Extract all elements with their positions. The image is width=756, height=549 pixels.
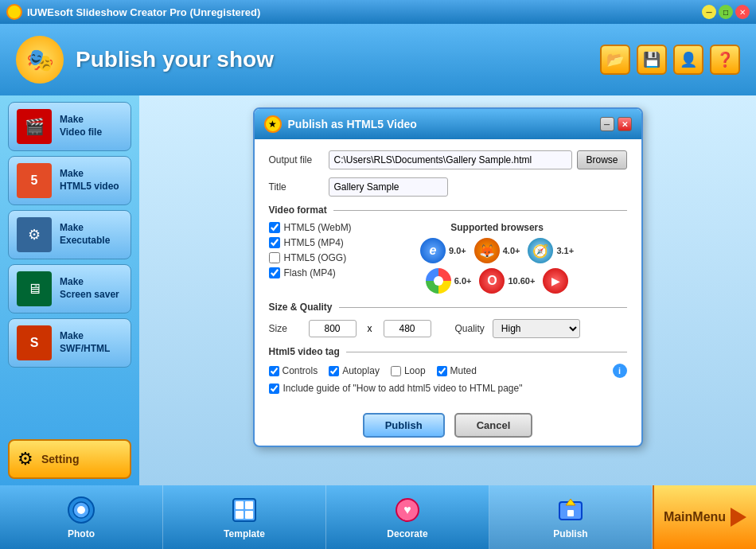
info-icon[interactable]: i xyxy=(613,364,627,378)
window-controls: ─ □ ✕ xyxy=(702,5,750,19)
include-guide-checkbox[interactable] xyxy=(269,384,279,394)
muted-label: Muted xyxy=(450,365,477,376)
browse-button[interactable]: Browse xyxy=(577,150,626,169)
play-triangle-icon xyxy=(731,508,746,527)
dialog-minimize-button[interactable]: ─ xyxy=(600,117,614,131)
include-guide-row: Include guide of "How to add html5 video… xyxy=(269,383,627,394)
loop-checkbox[interactable] xyxy=(391,366,401,376)
controls-check[interactable]: Controls xyxy=(269,365,318,376)
main-area: 🎬 MakeVideo file 5 MakeHTML5 video ⚙ Mak… xyxy=(0,95,756,485)
dialog-body: Output file Browse Title Video format xyxy=(255,139,641,405)
autoplay-check[interactable]: Autoplay xyxy=(329,365,380,376)
page-title: Publish your show xyxy=(76,47,274,72)
loop-check[interactable]: Loop xyxy=(391,365,426,376)
quality-label: Quality xyxy=(455,323,485,334)
sidebar-video-label: MakeVideo file xyxy=(60,114,102,138)
save-button[interactable]: 💾 xyxy=(637,45,667,75)
nav-decorate[interactable]: ♥ Decorate xyxy=(326,485,489,549)
title-left: IUWEsoft Slideshow Creator Pro (Unregist… xyxy=(6,4,260,20)
sidebar-item-screensaver[interactable]: 🖥 MakeScreen saver xyxy=(8,264,131,313)
muted-check[interactable]: Muted xyxy=(437,365,477,376)
safari-icon: 🧭 xyxy=(528,238,553,263)
photo-icon xyxy=(66,495,96,525)
quality-select[interactable]: High Medium Low xyxy=(493,319,580,338)
format-webm-checkbox[interactable] xyxy=(269,222,280,233)
format-flash-checkbox[interactable] xyxy=(269,267,280,278)
sidebar-screensaver-label: MakeScreen saver xyxy=(60,276,119,301)
cancel-button[interactable]: Cancel xyxy=(454,413,533,438)
html5-tag-area: Controls Autoplay Loop Muted xyxy=(269,364,627,394)
ie-icon: e xyxy=(420,238,446,263)
format-webm-row[interactable]: HTML5 (WebM) xyxy=(269,222,352,233)
video-format-header: Video format xyxy=(269,204,627,216)
open-folder-button[interactable]: 📂 xyxy=(600,45,630,75)
browser-safari: 🧭 3.1+ xyxy=(528,238,574,263)
sidebar-swf-label: MakeSWF/HTML xyxy=(60,330,110,355)
help-button[interactable]: ❓ xyxy=(710,45,740,75)
maximize-button[interactable]: □ xyxy=(719,5,733,19)
autoplay-label: Autoplay xyxy=(342,365,380,376)
svg-rect-12 xyxy=(567,510,574,516)
app-title: IUWEsoft Slideshow Creator Pro (Unregist… xyxy=(27,6,260,18)
main-menu-button[interactable]: MainMenu xyxy=(653,485,756,549)
dialog-icon: ★ xyxy=(264,115,282,133)
browsers-title: Supported browsers xyxy=(368,222,627,233)
width-input[interactable] xyxy=(309,320,357,337)
sidebar-item-executable[interactable]: ⚙ MakeExecutable xyxy=(8,210,131,259)
browser-chrome: 6.0+ xyxy=(426,268,472,294)
html5-tag-header: Html5 video tag xyxy=(269,346,627,357)
size-label: Size xyxy=(269,323,301,334)
browsers-row-1: e 9.0+ 🦊 4.0+ xyxy=(368,238,627,263)
opera-icon: O xyxy=(479,268,505,294)
muted-checkbox[interactable] xyxy=(437,366,447,376)
flash-icon: ▶ xyxy=(543,268,568,294)
browser-flash: ▶ xyxy=(543,268,568,294)
title-field-label: Title xyxy=(269,181,329,193)
autoplay-checkbox[interactable] xyxy=(329,366,339,376)
nav-photo[interactable]: Photo xyxy=(0,485,163,549)
nav-template[interactable]: Template xyxy=(163,485,326,549)
firefox-version: 4.0+ xyxy=(503,246,520,255)
controls-checkbox[interactable] xyxy=(269,366,279,376)
close-button[interactable]: ✕ xyxy=(735,5,750,19)
minimize-button[interactable]: ─ xyxy=(702,5,716,19)
publish-button[interactable]: Publish xyxy=(363,413,445,438)
dialog-titlebar: ★ Publish as HTML5 Video ─ ✕ xyxy=(255,109,641,139)
html5-checks-row: Controls Autoplay Loop Muted xyxy=(269,364,627,378)
user-button[interactable]: 👤 xyxy=(673,45,703,75)
sidebar-setting[interactable]: ⚙ Setting xyxy=(8,439,131,479)
browsers-grid: e 9.0+ 🦊 4.0+ xyxy=(368,238,627,294)
main-menu-label: MainMenu xyxy=(664,510,726,524)
app-logo: 🎭 xyxy=(16,36,64,84)
dialog-close-button[interactable]: ✕ xyxy=(618,117,632,131)
format-ogg-row[interactable]: HTML5 (OGG) xyxy=(269,252,352,263)
browsers-row-2: 6.0+ O 10.60+ xyxy=(368,268,627,294)
format-ogg-checkbox[interactable] xyxy=(269,252,280,263)
opera-version: 10.60+ xyxy=(508,276,535,286)
app-icon xyxy=(6,4,22,20)
browser-firefox: 🦊 4.0+ xyxy=(474,238,520,263)
template-icon xyxy=(229,495,259,525)
format-flash-row[interactable]: Flash (MP4) xyxy=(269,267,352,278)
nav-publish[interactable]: Publish xyxy=(489,485,653,549)
format-mp4-row[interactable]: HTML5 (MP4) xyxy=(269,237,352,248)
format-mp4-checkbox[interactable] xyxy=(269,237,280,248)
output-file-label: Output file xyxy=(269,154,329,165)
size-quality-header: Size & Quality xyxy=(269,302,627,313)
browsers-area: Supported browsers e 9.0+ xyxy=(368,222,627,294)
sidebar-item-swf[interactable]: S MakeSWF/HTML xyxy=(8,318,131,368)
svg-rect-6 xyxy=(236,511,244,519)
browser-ie: e 9.0+ xyxy=(420,238,466,263)
nav-publish-label: Publish xyxy=(553,528,587,539)
sidebar-item-html5[interactable]: 5 MakeHTML5 video xyxy=(8,156,131,205)
title-input[interactable] xyxy=(329,177,448,197)
sidebar-item-video[interactable]: 🎬 MakeVideo file xyxy=(8,102,131,151)
nav-decorate-label: Decorate xyxy=(387,528,427,539)
decorate-icon: ♥ xyxy=(392,495,423,525)
output-file-input[interactable] xyxy=(329,150,573,169)
nav-template-label: Template xyxy=(224,528,265,539)
chrome-icon xyxy=(426,268,451,294)
firefox-icon: 🦊 xyxy=(474,238,500,263)
height-input[interactable] xyxy=(384,320,431,337)
screensaver-icon: 🖥 xyxy=(17,271,52,306)
